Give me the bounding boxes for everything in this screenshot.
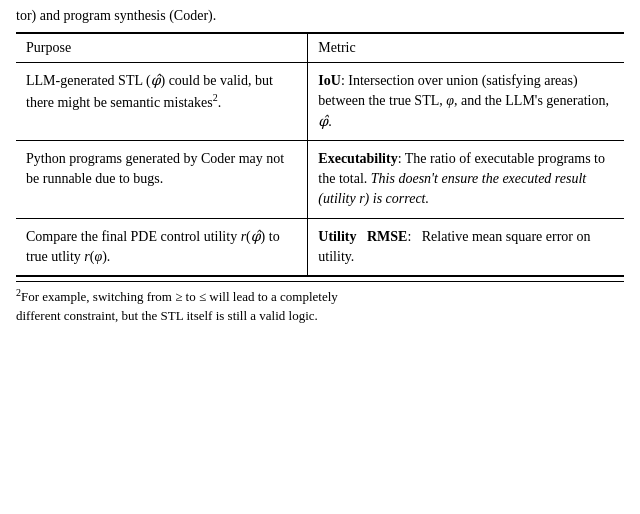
phi-hat-1: φ̂ — [151, 73, 161, 88]
footnote-text-1: For example, switching from ≥ to ≤ will … — [21, 290, 338, 305]
table-row: Compare the final PDE control utility r(… — [16, 218, 624, 276]
metric-label-executability: Executability — [318, 151, 397, 166]
footnote-text-2: different constraint, but the STL itself… — [16, 308, 318, 323]
footnote-line-1: 2For example, switching from ≥ to ≤ will… — [16, 286, 624, 307]
footnote-line-2: different constraint, but the STL itself… — [16, 307, 624, 325]
metric-label-utility: Utility RMSE — [318, 229, 407, 244]
footnote-section: 2For example, switching from ≥ to ≤ will… — [16, 281, 624, 325]
metric-cell-1: IoU: Intersection over union (satisfying… — [308, 63, 624, 141]
metric-cell-3: Utility RMSE: Relative mean square error… — [308, 218, 624, 276]
metrics-table: Purpose Metric LLM-generated STL (φ̂) co… — [16, 32, 624, 277]
metric-label-iou: IoU — [318, 73, 341, 88]
table-header-row: Purpose Metric — [16, 33, 624, 63]
purpose-cell-3: Compare the final PDE control utility r(… — [16, 218, 308, 276]
table-row: Python programs generated by Coder may n… — [16, 140, 624, 218]
intro-text: tor) and program synthesis (Coder). — [16, 8, 624, 24]
purpose-cell-2: Python programs generated by Coder may n… — [16, 140, 308, 218]
purpose-header: Purpose — [16, 33, 308, 63]
intro-content: tor) and program synthesis (Coder). — [16, 8, 216, 23]
table-row: LLM-generated STL (φ̂) could be valid, b… — [16, 63, 624, 141]
metric-header: Metric — [308, 33, 624, 63]
metric-cell-2: Executability: The ratio of executable p… — [308, 140, 624, 218]
metric-italic-text: This doesn't ensure the executed result … — [318, 171, 586, 206]
purpose-cell-1: LLM-generated STL (φ̂) could be valid, b… — [16, 63, 308, 141]
